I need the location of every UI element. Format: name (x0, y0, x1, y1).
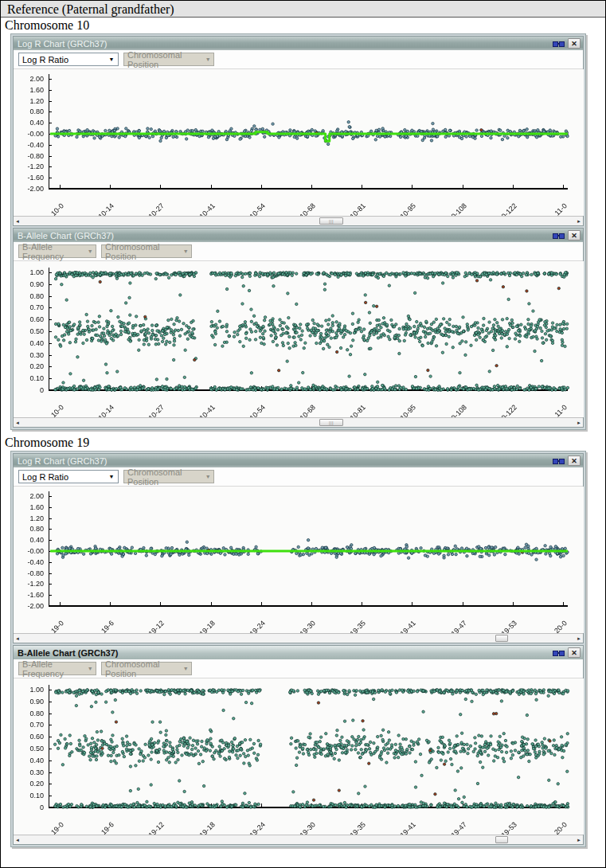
x-axis-select-value: Chromosomal Position (127, 467, 202, 487)
chromosome-19-panel-group: Log R Chart (GRCh37) ✕ Log R Ratio ▼ Chr… (10, 451, 586, 847)
close-icon[interactable]: ✕ (568, 230, 581, 240)
logr-chart-panel-chr19: Log R Chart (GRCh37) ✕ Log R Ratio ▼ Chr… (13, 453, 584, 643)
logr-chart-panel-chr10: Log R Chart (GRCh37) ✕ Log R Ratio ▼ Chr… (13, 36, 584, 226)
y-axis-select-value: Log R Ratio (22, 55, 68, 65)
horizontal-scrollbar[interactable]: ◄ ||| ► (14, 216, 583, 225)
baf-chart-panel-chr10: B-Allele Chart (GRCh37) ✕ B-Allele Frequ… (13, 228, 584, 428)
scrollbar-thumb[interactable] (495, 836, 508, 843)
chevron-down-icon: ▼ (84, 248, 96, 254)
horizontal-scrollbar[interactable]: ◄ ► (14, 633, 583, 643)
panel-title: Log R Chart (GRCh37) (18, 456, 108, 466)
x-axis-select-value: Chromosomal Position (105, 659, 180, 678)
chart-toolbar: Log R Ratio ▼ Chromosomal Position ▼ (14, 467, 583, 487)
panel-title: Log R Chart (GRCh37) (18, 39, 108, 49)
horizontal-scrollbar[interactable]: ◄ ||| ► (14, 417, 583, 427)
y-axis-select: B-Allele Frequency ▼ (18, 244, 96, 258)
horizontal-scrollbar[interactable]: ◄ ► (14, 835, 583, 844)
reference-header: Reference (Paternal grandfather) (1, 1, 605, 18)
detach-window-icon[interactable] (553, 233, 565, 238)
scrollbar-thumb[interactable]: ||| (319, 419, 343, 426)
baf-chart-canvas-chr19[interactable] (15, 678, 584, 835)
chart-toolbar: B-Allele Frequency ▼ Chromosomal Positio… (14, 242, 583, 261)
chromosome-10-panel-group: Log R Chart (GRCh37) ✕ Log R Ratio ▼ Chr… (10, 33, 586, 430)
x-axis-select-value: Chromosomal Position (105, 242, 180, 261)
scroll-right-icon[interactable]: ► (575, 217, 583, 225)
scroll-right-icon[interactable]: ► (575, 418, 583, 427)
panel-title: B-Allele Chart (GRCh37) (18, 231, 114, 240)
scroll-left-icon[interactable]: ◄ (14, 418, 22, 427)
chromosome-19-heading: Chromosome 19 (1, 435, 605, 451)
baf-chart-canvas-chr10[interactable] (15, 261, 584, 417)
report-page: Reference (Paternal grandfather) Chromos… (0, 0, 606, 868)
logr-chart-canvas-chr19[interactable] (15, 487, 584, 633)
chart-toolbar: B-Allele Frequency ▼ Chromosomal Positio… (14, 659, 583, 678)
y-axis-select[interactable]: Log R Ratio ▼ (18, 53, 119, 66)
chevron-down-icon: ▼ (105, 474, 118, 479)
x-axis-select: Chromosomal Position ▼ (101, 244, 192, 258)
logr-chart-canvas-chr10[interactable] (15, 69, 584, 216)
panel-titlebar[interactable]: B-Allele Chart (GRCh37) ✕ (14, 229, 583, 242)
chevron-down-icon: ▼ (202, 57, 213, 62)
chart-area (14, 69, 583, 216)
scroll-left-icon[interactable]: ◄ (14, 217, 22, 225)
scrollbar-thumb[interactable] (495, 635, 508, 642)
scroll-right-icon[interactable]: ► (575, 634, 583, 643)
chevron-down-icon: ▼ (202, 474, 213, 479)
scroll-left-icon[interactable]: ◄ (14, 634, 22, 643)
chart-toolbar: Log R Ratio ▼ Chromosomal Position ▼ (14, 50, 583, 69)
close-icon[interactable]: ✕ (568, 38, 581, 49)
baf-chart-panel-chr19: B-Allele Chart (GRCh37) ✕ B-Allele Frequ… (13, 645, 584, 845)
y-axis-select: B-Allele Frequency ▼ (18, 662, 96, 675)
panel-titlebar[interactable]: B-Allele Chart (GRCh37) ✕ (14, 646, 583, 659)
chevron-down-icon: ▼ (84, 666, 96, 671)
panel-titlebar[interactable]: Log R Chart (GRCh37) ✕ (14, 454, 583, 467)
scrollbar-thumb[interactable]: ||| (319, 217, 343, 225)
close-icon[interactable]: ✕ (568, 456, 581, 466)
chart-area (14, 261, 583, 417)
x-axis-select-value: Chromosomal Position (127, 50, 202, 69)
chart-area (14, 487, 583, 633)
chromosome-10-heading: Chromosome 10 (1, 18, 605, 33)
detach-window-icon[interactable] (553, 458, 565, 463)
chevron-down-icon: ▼ (180, 248, 191, 254)
detach-window-icon[interactable] (553, 41, 565, 46)
y-axis-select-value: B-Allele Frequency (22, 659, 84, 678)
x-axis-select: Chromosomal Position ▼ (123, 53, 214, 66)
y-axis-select[interactable]: Log R Ratio ▼ (18, 470, 119, 483)
panel-titlebar[interactable]: Log R Chart (GRCh37) ✕ (14, 37, 583, 50)
y-axis-select-value: B-Allele Frequency (22, 242, 84, 261)
y-axis-select-value: Log R Ratio (22, 472, 68, 482)
panel-title: B-Allele Chart (GRCh37) (18, 648, 119, 658)
close-icon[interactable]: ✕ (568, 647, 581, 658)
x-axis-select: Chromosomal Position ▼ (123, 470, 214, 483)
chevron-down-icon: ▼ (180, 666, 191, 671)
x-axis-select: Chromosomal Position ▼ (101, 662, 192, 675)
scroll-right-icon[interactable]: ► (575, 835, 583, 844)
chart-area (14, 678, 583, 835)
detach-window-icon[interactable] (553, 650, 565, 655)
scroll-left-icon[interactable]: ◄ (14, 835, 22, 844)
chevron-down-icon: ▼ (105, 57, 118, 62)
